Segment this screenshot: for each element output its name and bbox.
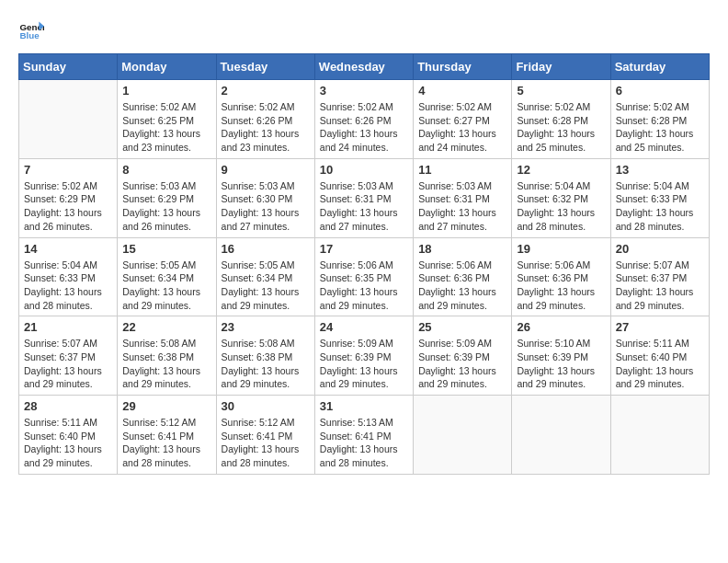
day-number: 9 [222, 163, 310, 177]
day-info: Sunrise: 5:03 AM Sunset: 6:29 PM Dayligh… [122, 179, 210, 234]
calendar-cell: 19Sunrise: 5:06 AM Sunset: 6:36 PM Dayli… [512, 237, 610, 316]
calendar-cell: 20Sunrise: 5:07 AM Sunset: 6:37 PM Dayli… [610, 237, 709, 316]
calendar-cell: 18Sunrise: 5:06 AM Sunset: 6:36 PM Dayli… [414, 237, 512, 316]
calendar-header-tuesday: Tuesday [216, 54, 314, 80]
day-info: Sunrise: 5:11 AM Sunset: 6:40 PM Dayligh… [616, 337, 704, 391]
week-row-1: 1Sunrise: 5:02 AM Sunset: 6:25 PM Daylig… [19, 80, 710, 159]
calendar-cell: 21Sunrise: 5:07 AM Sunset: 6:37 PM Dayli… [19, 316, 118, 396]
calendar-cell: 24Sunrise: 5:09 AM Sunset: 6:39 PM Dayli… [314, 316, 413, 396]
day-info: Sunrise: 5:09 AM Sunset: 6:39 PM Dayligh… [418, 337, 506, 391]
day-number: 3 [320, 84, 408, 98]
day-number: 22 [122, 320, 210, 334]
calendar-cell: 29Sunrise: 5:12 AM Sunset: 6:41 PM Dayli… [118, 396, 216, 475]
day-info: Sunrise: 5:10 AM Sunset: 6:39 PM Dayligh… [517, 337, 605, 391]
day-info: Sunrise: 5:08 AM Sunset: 6:38 PM Dayligh… [122, 337, 210, 391]
calendar-cell [610, 396, 709, 475]
day-number: 28 [24, 399, 112, 413]
calendar-cell: 9Sunrise: 5:03 AM Sunset: 6:30 PM Daylig… [216, 158, 314, 237]
calendar-cell: 28Sunrise: 5:11 AM Sunset: 6:40 PM Dayli… [19, 396, 118, 475]
calendar-cell: 6Sunrise: 5:02 AM Sunset: 6:28 PM Daylig… [610, 80, 709, 159]
day-info: Sunrise: 5:07 AM Sunset: 6:37 PM Dayligh… [24, 337, 112, 391]
day-info: Sunrise: 5:11 AM Sunset: 6:40 PM Dayligh… [24, 416, 112, 470]
calendar-cell: 31Sunrise: 5:13 AM Sunset: 6:41 PM Dayli… [314, 396, 413, 475]
calendar-header-monday: Monday [118, 54, 216, 80]
calendar-cell: 1Sunrise: 5:02 AM Sunset: 6:25 PM Daylig… [118, 80, 216, 159]
day-info: Sunrise: 5:02 AM Sunset: 6:29 PM Dayligh… [24, 179, 112, 234]
calendar-cell [512, 396, 610, 475]
calendar-header-sunday: Sunday [19, 54, 118, 80]
day-info: Sunrise: 5:12 AM Sunset: 6:41 PM Dayligh… [122, 416, 210, 470]
day-info: Sunrise: 5:07 AM Sunset: 6:37 PM Dayligh… [616, 259, 704, 313]
day-info: Sunrise: 5:03 AM Sunset: 6:31 PM Dayligh… [320, 179, 408, 234]
day-info: Sunrise: 5:04 AM Sunset: 6:33 PM Dayligh… [24, 259, 112, 313]
week-row-2: 7Sunrise: 5:02 AM Sunset: 6:29 PM Daylig… [19, 158, 710, 237]
calendar-cell: 2Sunrise: 5:02 AM Sunset: 6:26 PM Daylig… [216, 80, 314, 159]
day-info: Sunrise: 5:06 AM Sunset: 6:36 PM Dayligh… [517, 259, 605, 313]
day-info: Sunrise: 5:02 AM Sunset: 6:26 PM Dayligh… [222, 100, 310, 155]
day-number: 14 [24, 242, 112, 256]
calendar-cell: 16Sunrise: 5:05 AM Sunset: 6:34 PM Dayli… [216, 237, 314, 316]
calendar-header-thursday: Thursday [414, 54, 512, 80]
week-row-5: 28Sunrise: 5:11 AM Sunset: 6:40 PM Dayli… [19, 396, 710, 475]
day-info: Sunrise: 5:02 AM Sunset: 6:27 PM Dayligh… [418, 100, 506, 155]
calendar-cell: 30Sunrise: 5:12 AM Sunset: 6:41 PM Dayli… [216, 396, 314, 475]
day-info: Sunrise: 5:05 AM Sunset: 6:34 PM Dayligh… [222, 259, 310, 313]
week-row-4: 21Sunrise: 5:07 AM Sunset: 6:37 PM Dayli… [19, 316, 710, 396]
calendar-cell: 27Sunrise: 5:11 AM Sunset: 6:40 PM Dayli… [610, 316, 709, 396]
svg-text:Blue: Blue [19, 30, 40, 40]
day-info: Sunrise: 5:04 AM Sunset: 6:33 PM Dayligh… [616, 179, 704, 234]
day-number: 15 [122, 242, 210, 256]
calendar-cell: 17Sunrise: 5:06 AM Sunset: 6:35 PM Dayli… [314, 237, 413, 316]
calendar-cell: 12Sunrise: 5:04 AM Sunset: 6:32 PM Dayli… [512, 158, 610, 237]
day-info: Sunrise: 5:02 AM Sunset: 6:28 PM Dayligh… [616, 100, 704, 155]
day-number: 6 [616, 84, 704, 98]
day-number: 4 [418, 84, 506, 98]
day-number: 23 [222, 320, 310, 334]
calendar-cell: 10Sunrise: 5:03 AM Sunset: 6:31 PM Dayli… [314, 158, 413, 237]
calendar-cell: 8Sunrise: 5:03 AM Sunset: 6:29 PM Daylig… [118, 158, 216, 237]
calendar-header-wednesday: Wednesday [314, 54, 413, 80]
day-info: Sunrise: 5:03 AM Sunset: 6:30 PM Dayligh… [222, 179, 310, 234]
day-info: Sunrise: 5:04 AM Sunset: 6:32 PM Dayligh… [517, 179, 605, 234]
day-number: 5 [517, 84, 605, 98]
calendar-table: SundayMondayTuesdayWednesdayThursdayFrid… [18, 53, 710, 475]
calendar-cell: 14Sunrise: 5:04 AM Sunset: 6:33 PM Dayli… [19, 237, 118, 316]
logo-icon: General Blue [18, 18, 44, 44]
day-number: 21 [24, 320, 112, 334]
day-number: 8 [122, 163, 210, 177]
calendar-header-friday: Friday [512, 54, 610, 80]
calendar-cell: 25Sunrise: 5:09 AM Sunset: 6:39 PM Dayli… [414, 316, 512, 396]
page-header: General Blue [18, 18, 710, 44]
day-info: Sunrise: 5:08 AM Sunset: 6:38 PM Dayligh… [222, 337, 310, 391]
calendar-cell: 11Sunrise: 5:03 AM Sunset: 6:31 PM Dayli… [414, 158, 512, 237]
day-number: 1 [122, 84, 210, 98]
calendar-header-saturday: Saturday [610, 54, 709, 80]
calendar-cell: 4Sunrise: 5:02 AM Sunset: 6:27 PM Daylig… [414, 80, 512, 159]
day-info: Sunrise: 5:06 AM Sunset: 6:36 PM Dayligh… [418, 259, 506, 313]
day-number: 17 [320, 242, 408, 256]
day-number: 26 [517, 320, 605, 334]
calendar-cell: 13Sunrise: 5:04 AM Sunset: 6:33 PM Dayli… [610, 158, 709, 237]
calendar-cell: 3Sunrise: 5:02 AM Sunset: 6:26 PM Daylig… [314, 80, 413, 159]
day-number: 10 [320, 163, 408, 177]
day-number: 2 [222, 84, 310, 98]
day-info: Sunrise: 5:02 AM Sunset: 6:26 PM Dayligh… [320, 100, 408, 155]
day-number: 30 [222, 399, 310, 413]
day-info: Sunrise: 5:13 AM Sunset: 6:41 PM Dayligh… [320, 416, 408, 470]
day-number: 31 [320, 399, 408, 413]
calendar-cell [414, 396, 512, 475]
day-info: Sunrise: 5:05 AM Sunset: 6:34 PM Dayligh… [122, 259, 210, 313]
day-number: 12 [517, 163, 605, 177]
day-info: Sunrise: 5:03 AM Sunset: 6:31 PM Dayligh… [418, 179, 506, 234]
day-number: 13 [616, 163, 704, 177]
logo: General Blue [18, 18, 44, 44]
calendar-header-row: SundayMondayTuesdayWednesdayThursdayFrid… [19, 54, 710, 80]
day-number: 11 [418, 163, 506, 177]
calendar-cell: 5Sunrise: 5:02 AM Sunset: 6:28 PM Daylig… [512, 80, 610, 159]
day-number: 25 [418, 320, 506, 334]
day-number: 29 [122, 399, 210, 413]
calendar-cell: 7Sunrise: 5:02 AM Sunset: 6:29 PM Daylig… [19, 158, 118, 237]
calendar-cell: 26Sunrise: 5:10 AM Sunset: 6:39 PM Dayli… [512, 316, 610, 396]
calendar-cell: 22Sunrise: 5:08 AM Sunset: 6:38 PM Dayli… [118, 316, 216, 396]
day-info: Sunrise: 5:12 AM Sunset: 6:41 PM Dayligh… [222, 416, 310, 470]
